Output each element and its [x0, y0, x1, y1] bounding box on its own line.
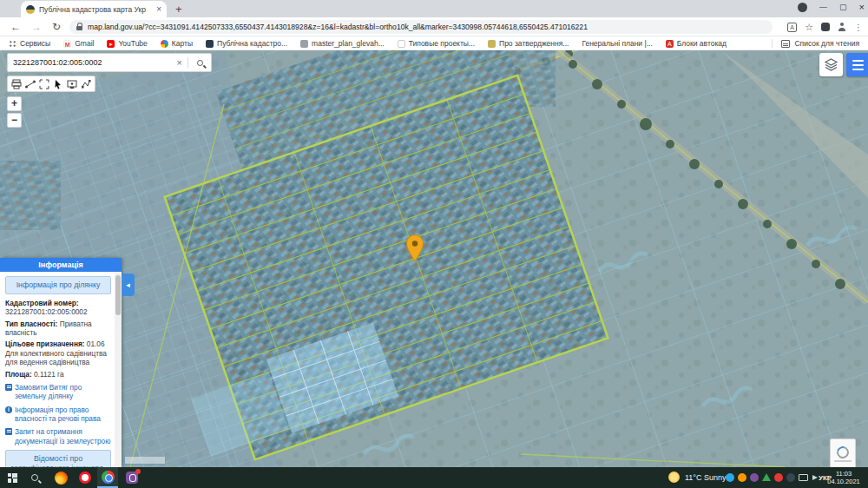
notification-badge — [135, 469, 141, 474]
bookmark-master-plan[interactable]: master_plan_glevah... — [300, 39, 385, 48]
taskbar-viber[interactable] — [122, 467, 142, 488]
reading-list-icon — [781, 40, 790, 48]
section-engineer-info: Відомості про сертифікованого інженера-з… — [5, 450, 111, 467]
tray-firefox-icon[interactable] — [738, 473, 746, 482]
cursor-select-button[interactable] — [52, 77, 64, 90]
plan-icon — [300, 40, 308, 48]
scrollbar-thumb[interactable] — [115, 275, 121, 315]
section-parcel-info: Інформація про ділянку — [5, 276, 111, 294]
translate-icon[interactable]: A — [787, 23, 797, 32]
measure-button[interactable] — [24, 77, 36, 90]
gmail-icon: M — [63, 40, 71, 48]
network-display-icon[interactable] — [799, 474, 808, 481]
link-order-extract[interactable]: Замовити Витяг про земельну ділянку — [5, 383, 111, 401]
new-tab-button[interactable]: + — [175, 3, 182, 16]
opera-icon — [79, 472, 91, 484]
route-button[interactable] — [80, 77, 92, 90]
layers-icon — [824, 57, 838, 72]
close-window-button[interactable]: × — [859, 2, 865, 12]
info-panel-title: Інформація — [0, 258, 122, 272]
url-field[interactable]: map.land.gov.ua/?cc=3431091.4142507333,6… — [69, 20, 773, 34]
cadastral-icon — [206, 40, 214, 48]
maximize-button[interactable]: ▢ — [839, 3, 847, 11]
bookmark-general-plans[interactable]: Генеральні плани |... — [582, 39, 652, 48]
panel-scrollbar[interactable] — [115, 272, 122, 467]
tray-dark-app-icon[interactable] — [786, 473, 795, 482]
taskbar-firefox[interactable] — [50, 467, 71, 488]
map-scale-bar — [124, 457, 166, 465]
bookmark-services[interactable]: Сервисы — [9, 39, 50, 48]
taskbar-opera[interactable] — [75, 467, 95, 488]
zoom-in-button[interactable]: + — [7, 96, 22, 111]
search-input[interactable] — [8, 58, 172, 67]
menu-button[interactable] — [846, 53, 868, 76]
map-viewport[interactable]: × + − Інформація Інформація про — [0, 50, 868, 467]
maps-pin-icon — [161, 40, 168, 48]
profile-theme-icon[interactable] — [798, 3, 807, 12]
apps-grid-icon — [9, 40, 16, 48]
search-button[interactable] — [188, 60, 211, 66]
start-button[interactable] — [2, 467, 23, 488]
info-icon: i — [5, 406, 12, 413]
link-ownership-info[interactable]: iІнформація про право власності та речов… — [5, 406, 111, 424]
bookmark-approval[interactable]: Про затвердження... — [488, 39, 569, 48]
map-toolbar — [7, 76, 95, 92]
forward-button[interactable]: → — [31, 21, 42, 33]
volume-icon[interactable] — [812, 475, 818, 480]
link-land-docs-request[interactable]: Запит на отримання документації із земле… — [5, 427, 111, 445]
bookmark-maps[interactable]: Карты — [161, 39, 193, 48]
taskbar-clock[interactable]: 11:03 04.10.2021 — [821, 470, 866, 485]
satellite-map — [0, 50, 868, 467]
extension-icon[interactable] — [821, 23, 830, 31]
bookmark-cadastral-map[interactable]: Публічна кадастро... — [206, 39, 287, 48]
bookmark-gmail[interactable]: MGmail — [63, 39, 94, 48]
field-purpose: Цільове призначення: 01.06 Для колективн… — [5, 340, 111, 366]
browser-tab[interactable]: Публічна кадастрова карта Укр × — [21, 1, 167, 17]
tab-strip: Публічна кадастрова карта Укр × + — ▢ × — [0, 0, 868, 17]
field-cadastral-number: Кадастровий номер:3221287001:02:005:0002 — [5, 299, 111, 317]
search-icon — [31, 474, 38, 481]
tray-viber-icon[interactable] — [750, 473, 759, 482]
autocad-icon: A — [666, 40, 674, 48]
reading-list-button[interactable]: Список для чтения — [772, 39, 859, 48]
padlock-icon[interactable] — [76, 26, 82, 30]
address-bar: ← → ↻ map.land.gov.ua/?cc=3431091.414250… — [0, 17, 868, 36]
bookmark-autocad-blocks[interactable]: AБлоки автокад — [666, 39, 727, 48]
document-icon — [5, 428, 12, 435]
recaptcha-badge[interactable] — [830, 439, 856, 467]
tray-red-app-icon[interactable] — [774, 473, 783, 482]
approval-icon — [488, 40, 496, 48]
weather-sun-icon[interactable] — [668, 472, 680, 483]
menu-dots-icon[interactable]: ⋮ — [854, 23, 863, 32]
refresh-button[interactable]: ↻ — [52, 21, 61, 33]
date-text: 04.10.2021 — [821, 478, 866, 485]
hamburger-icon — [852, 60, 864, 62]
taskbar-search-button[interactable] — [24, 467, 45, 488]
tray-telegram-icon[interactable] — [726, 473, 734, 482]
tab-title: Публічна кадастрова карта Укр — [39, 5, 152, 14]
info-panel: Інформація Інформація про ділянку Кадаст… — [0, 258, 122, 467]
site-favicon-icon — [26, 5, 35, 14]
print-button[interactable] — [10, 77, 23, 90]
identify-button[interactable] — [66, 77, 78, 90]
layers-button[interactable] — [819, 53, 843, 76]
bookmarks-bar: Сервисы MGmail ▸YouTube Карты Публічна к… — [0, 37, 868, 50]
bookmark-youtube[interactable]: ▸YouTube — [107, 39, 147, 48]
youtube-icon: ▸ — [107, 40, 115, 48]
cadastral-search-box: × — [7, 53, 212, 72]
zoom-out-button[interactable]: − — [7, 113, 22, 128]
tab-close-icon[interactable]: × — [156, 5, 161, 14]
back-button[interactable]: ← — [10, 21, 21, 33]
minimize-button[interactable]: — — [819, 3, 827, 11]
tray-drive-icon[interactable] — [762, 473, 771, 481]
fullscreen-button[interactable] — [38, 77, 50, 90]
profile-icon[interactable] — [838, 23, 846, 31]
weather-text[interactable]: 11°C Sunny — [685, 473, 726, 482]
bookmark-star-icon[interactable]: ☆ — [805, 23, 813, 32]
field-area: Площа: 0.1121 га — [5, 370, 111, 379]
clear-search-icon[interactable]: × — [172, 57, 188, 68]
bookmark-typical-projects[interactable]: Типовые проекты... — [398, 39, 475, 48]
panel-collapse-button[interactable]: ◂ — [122, 274, 135, 296]
recaptcha-icon — [834, 444, 851, 460]
taskbar-chrome-active[interactable] — [97, 467, 118, 488]
